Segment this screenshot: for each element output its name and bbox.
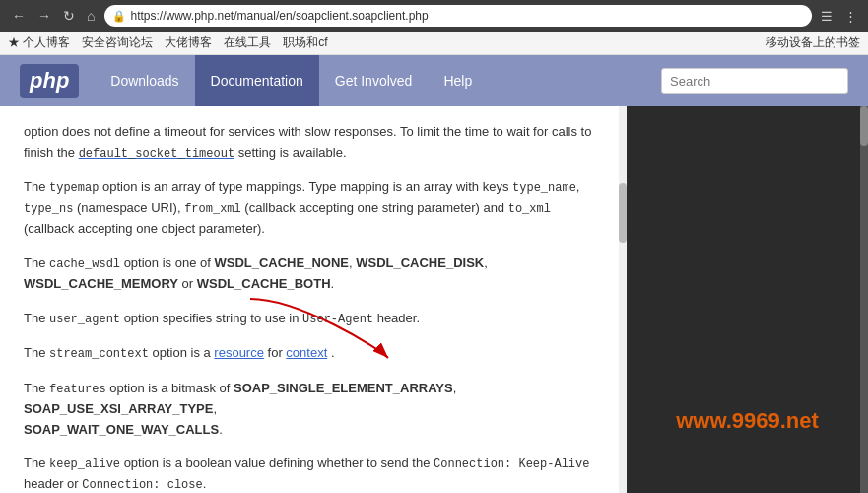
link-resource[interactable]: resource	[214, 345, 264, 360]
php-header: php Downloads Documentation Get Involved…	[0, 55, 868, 106]
right-sidebar: www.9969.net	[627, 106, 868, 493]
bookmark-item[interactable]: 职场和cf	[283, 35, 327, 51]
back-button[interactable]: ←	[8, 6, 30, 26]
link-context[interactable]: context	[286, 345, 327, 360]
extensions-button[interactable]: ☰	[818, 8, 835, 25]
bookmark-item[interactable]: 大佬博客	[165, 35, 212, 51]
php-nav: Downloads Documentation Get Involved Hel…	[95, 55, 661, 106]
forward-button[interactable]: →	[33, 6, 55, 26]
nav-buttons: ← → ↻ ⌂	[8, 6, 99, 26]
paragraph-stream-context: The stream_context option is a resource …	[24, 343, 603, 364]
nav-downloads[interactable]: Downloads	[95, 55, 194, 106]
php-search-container	[661, 68, 848, 94]
sidebar-scrollbar-thumb[interactable]	[860, 106, 868, 146]
link-default-socket-timeout[interactable]: default_socket_timeout	[79, 145, 234, 160]
paragraph-typemap: The typemap option is an array of type m…	[24, 177, 603, 240]
paragraph-keep-alive: The keep_alive option is a boolean value…	[24, 454, 603, 493]
menu-button[interactable]: ⋮	[841, 8, 860, 25]
paragraph-cache-wsdl: The cache_wsdl option is one of WSDL_CAC…	[24, 253, 603, 295]
main-wrapper: option does not define a timeout for ser…	[0, 106, 868, 493]
lock-icon: 🔒	[112, 10, 126, 23]
content-wrapper: option does not define a timeout for ser…	[0, 106, 627, 493]
paragraph-features: The features option is a bitmask of SOAP…	[24, 379, 603, 441]
browser-actions: ☰ ⋮	[818, 8, 860, 25]
content-scrollbar	[619, 106, 627, 493]
php-logo: php	[20, 64, 79, 98]
browser-top-bar: ← → ↻ ⌂ 🔒 https://www.php.net/manual/en/…	[0, 0, 868, 32]
paragraph-timeout: option does not define a timeout for ser…	[24, 122, 603, 164]
address-bar-container[interactable]: 🔒 https://www.php.net/manual/en/soapclie…	[104, 5, 812, 27]
bookmarks-bar: ★ 个人博客 安全咨询论坛 大佬博客 在线工具 职场和cf 移动设备上的书签	[0, 32, 868, 55]
search-input[interactable]	[661, 68, 848, 94]
paragraph-user-agent: The user_agent option specifies string t…	[24, 309, 603, 329]
bookmark-item[interactable]: 在线工具	[224, 35, 271, 51]
nav-get-involved[interactable]: Get Involved	[319, 55, 429, 106]
watermark: www.9969.net	[676, 408, 819, 434]
nav-help[interactable]: Help	[428, 55, 488, 106]
bookmark-item[interactable]: 安全咨询论坛	[82, 35, 153, 51]
address-bar-text: https://www.php.net/manual/en/soapclient…	[130, 9, 804, 23]
bookmark-mobile[interactable]: 移动设备上的书签	[766, 35, 860, 51]
home-button[interactable]: ⌂	[83, 6, 99, 26]
refresh-button[interactable]: ↻	[59, 6, 79, 26]
sidebar-scrollbar-track	[860, 106, 868, 493]
content-scrollbar-thumb[interactable]	[619, 183, 627, 243]
nav-documentation[interactable]: Documentation	[195, 55, 319, 106]
browser-chrome: ← → ↻ ⌂ 🔒 https://www.php.net/manual/en/…	[0, 0, 868, 55]
bookmark-item[interactable]: ★ 个人博客	[8, 35, 70, 51]
content-area: option does not define a timeout for ser…	[0, 106, 627, 493]
